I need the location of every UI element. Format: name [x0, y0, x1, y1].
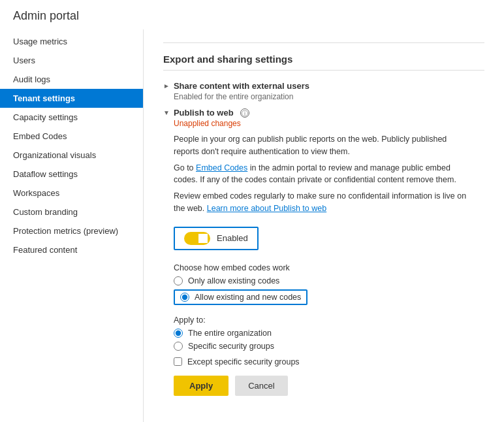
- sidebar: Usage metrics Users Audit logs Tenant se…: [0, 29, 144, 422]
- info-text-1: People in your org can publish public re…: [174, 133, 474, 158]
- embed-codes-link[interactable]: Embed Codes: [196, 163, 247, 172]
- publish-web-setting: ▼ Publish to web ⓘ Unapplied changes Peo…: [163, 108, 484, 396]
- cancel-button[interactable]: Cancel: [235, 376, 287, 396]
- sidebar-item-audit-logs[interactable]: Audit logs: [0, 70, 143, 89]
- app-title: Admin portal: [0, 0, 504, 29]
- embed-codes-options-group: Choose how embed codes work Only allow e…: [174, 263, 474, 309]
- enabled-toggle-container[interactable]: Enabled: [174, 227, 259, 250]
- option-allow-new-radio[interactable]: [180, 293, 189, 302]
- share-external-title: Share content with external users: [174, 81, 309, 91]
- apply-to-label: Apply to:: [174, 316, 474, 325]
- apply-to-section: Apply to: The entire organization Specif…: [174, 316, 474, 351]
- option-only-existing[interactable]: Only allow existing codes: [174, 276, 474, 285]
- content-area: Export and sharing settings ► Share cont…: [144, 29, 504, 422]
- apply-entire-org[interactable]: The entire organization: [174, 329, 474, 338]
- section-title: Export and sharing settings: [163, 54, 484, 71]
- toggle-switch[interactable]: [184, 232, 210, 245]
- except-groups-checkbox-label[interactable]: Except specific security groups: [174, 357, 474, 366]
- option-allow-new-container[interactable]: Allow existing and new codes: [174, 289, 307, 305]
- divider: [163, 42, 484, 43]
- sidebar-item-organizational-visuals[interactable]: Organizational visuals: [0, 146, 143, 165]
- sidebar-item-custom-branding[interactable]: Custom branding: [0, 203, 143, 221]
- info-text-3: Review embed codes regularly to make sur…: [174, 190, 474, 215]
- apply-specific-groups-radio[interactable]: [174, 342, 183, 351]
- apply-specific-groups[interactable]: Specific security groups: [174, 342, 474, 351]
- share-external-header[interactable]: ► Share content with external users: [163, 81, 484, 91]
- toggle-label: Enabled: [217, 233, 248, 243]
- toggle-thumb: [198, 234, 208, 243]
- info-icon[interactable]: ⓘ: [240, 108, 249, 118]
- sidebar-item-workspaces[interactable]: Workspaces: [0, 184, 143, 203]
- sidebar-item-protection-metrics[interactable]: Protection metrics (preview): [0, 221, 143, 240]
- button-row: Apply Cancel: [174, 376, 474, 396]
- sidebar-item-users[interactable]: Users: [0, 51, 143, 70]
- unapplied-changes-label: Unapplied changes: [174, 119, 484, 128]
- except-section: Except specific security groups: [174, 357, 474, 366]
- apply-entire-org-radio[interactable]: [174, 329, 183, 338]
- except-groups-checkbox[interactable]: [174, 357, 182, 366]
- embed-codes-options-title: Choose how embed codes work: [174, 263, 474, 272]
- sidebar-item-featured-content[interactable]: Featured content: [0, 240, 143, 259]
- app-container: Admin portal Usage metrics Users Audit l…: [0, 0, 504, 422]
- info-text-2: Go to Embed Codes in the admin portal to…: [174, 162, 474, 187]
- sidebar-item-usage-metrics[interactable]: Usage metrics: [0, 32, 143, 51]
- learn-more-link[interactable]: Learn more about Publish to web: [207, 204, 326, 213]
- sidebar-item-capacity-settings[interactable]: Capacity settings: [0, 108, 143, 127]
- share-external-subtitle: Enabled for the entire organization: [174, 92, 484, 101]
- main-layout: Usage metrics Users Audit logs Tenant se…: [0, 29, 504, 422]
- publish-web-header[interactable]: ▼ Publish to web ⓘ: [163, 108, 484, 118]
- option-only-existing-radio[interactable]: [174, 276, 183, 285]
- publish-web-title: Publish to web: [174, 108, 234, 118]
- sidebar-item-embed-codes[interactable]: Embed Codes: [0, 127, 143, 146]
- publish-web-expand-icon[interactable]: ▼: [163, 109, 170, 116]
- option-allow-new-label: Allow existing and new codes: [195, 293, 301, 302]
- share-external-setting: ► Share content with external users Enab…: [163, 81, 484, 101]
- sidebar-item-tenant-settings[interactable]: Tenant settings: [0, 89, 143, 108]
- apply-button[interactable]: Apply: [174, 376, 228, 396]
- sidebar-item-dataflow-settings[interactable]: Dataflow settings: [0, 165, 143, 184]
- share-external-expand-icon[interactable]: ►: [163, 82, 170, 89]
